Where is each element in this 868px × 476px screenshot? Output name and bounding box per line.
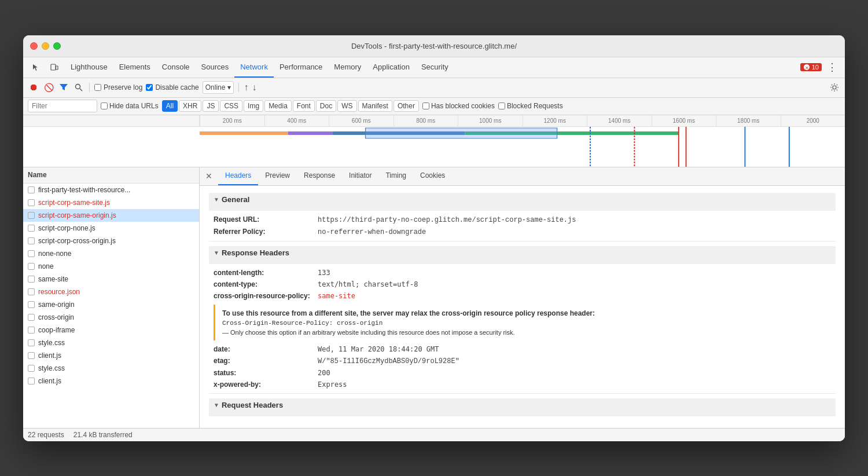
tab-headers[interactable]: Headers: [218, 167, 258, 186]
list-item[interactable]: style.css: [23, 336, 199, 349]
disable-cache-checkbox[interactable]: Disable cache: [146, 83, 198, 91]
referrer-policy-row: Referrer Policy: no-referrer-when-downgr…: [209, 228, 836, 236]
filter-all[interactable]: All: [162, 100, 178, 112]
list-item[interactable]: script-corp-same-site.js: [23, 196, 199, 209]
search-button[interactable]: [73, 82, 84, 93]
settings-button[interactable]: [829, 82, 840, 93]
hide-data-urls-input[interactable]: [101, 102, 108, 109]
item-checkbox: [28, 225, 35, 232]
warning-code-text: Cross-Origin-Resource-Policy: cross-orig…: [222, 320, 824, 327]
list-item[interactable]: same-site: [23, 273, 199, 285]
filter-input[interactable]: [28, 100, 97, 112]
tab-network[interactable]: Network: [234, 57, 274, 78]
detail-close-button[interactable]: ✕: [202, 169, 216, 183]
general-section-header[interactable]: ▼ General: [209, 193, 836, 211]
minimize-button[interactable]: [42, 42, 49, 50]
close-button[interactable]: [30, 42, 38, 50]
download-icon[interactable]: ↓: [252, 82, 256, 93]
maximize-button[interactable]: [53, 42, 61, 50]
item-checkbox: [28, 276, 35, 283]
list-item-selected[interactable]: script-corp-same-origin.js: [23, 209, 199, 222]
throttle-select[interactable]: Online ▾: [203, 81, 234, 94]
filter-other[interactable]: Other: [393, 100, 419, 112]
list-item[interactable]: coop-iframe: [23, 324, 199, 336]
item-checkbox: [28, 314, 35, 321]
list-item[interactable]: none: [23, 260, 199, 273]
timeline-ruler: 200 ms 400 ms 600 ms 800 ms 1000 ms 1200…: [23, 115, 845, 127]
tab-memory[interactable]: Memory: [328, 57, 367, 78]
tab-response[interactable]: Response: [297, 167, 342, 186]
more-options-button[interactable]: ⋮: [826, 61, 838, 73]
filter-xhr[interactable]: XHR: [179, 100, 201, 112]
item-checkbox: [28, 301, 35, 308]
tab-lighthouse[interactable]: Lighthouse: [65, 57, 113, 78]
disable-cache-input[interactable]: [146, 84, 153, 91]
x-powered-label: x-powered-by:: [214, 380, 318, 389]
list-item[interactable]: client.js: [23, 349, 199, 362]
filter-manifest[interactable]: Manifest: [358, 100, 392, 112]
status-bar: 22 requests 21.4 kB transferred: [23, 428, 845, 441]
preserve-log-checkbox[interactable]: Preserve log: [94, 83, 142, 91]
filter-js[interactable]: JS: [203, 100, 219, 112]
devtools-right-controls: ✕ 10 ⋮: [800, 61, 840, 73]
tab-console[interactable]: Console: [156, 57, 196, 78]
item-checkbox: [28, 263, 35, 270]
device-icon[interactable]: [46, 59, 62, 75]
list-item[interactable]: first-party-test-with-resource...: [23, 184, 199, 196]
has-blocked-cookies-input[interactable]: [422, 102, 429, 109]
filter-doc[interactable]: Doc: [316, 100, 336, 112]
filter-button[interactable]: [58, 82, 69, 93]
tick-1800: 1800 ms: [716, 115, 781, 126]
request-headers-section-header[interactable]: ▼ Request Headers: [209, 398, 836, 416]
request-url-value[interactable]: https://third-party-no-coep.glitch.me/sc…: [318, 216, 576, 224]
filter-font[interactable]: Font: [293, 100, 315, 112]
detail-tabs: ✕ Headers Preview Response Initiator Tim…: [200, 167, 845, 186]
tab-application[interactable]: Application: [367, 57, 415, 78]
filter-img[interactable]: Img: [244, 100, 263, 112]
clear-button[interactable]: 🚫: [43, 82, 54, 93]
cursor-icon[interactable]: [28, 59, 44, 75]
tab-timing[interactable]: Timing: [378, 167, 413, 186]
tab-sources[interactable]: Sources: [196, 57, 235, 78]
upload-icon[interactable]: ↑: [244, 82, 248, 93]
detail-panel: ✕ Headers Preview Response Initiator Tim…: [200, 167, 845, 428]
list-item[interactable]: style.css: [23, 362, 199, 375]
tab-elements[interactable]: Elements: [113, 57, 156, 78]
preserve-log-input[interactable]: [94, 84, 101, 91]
list-item[interactable]: none-none: [23, 247, 199, 260]
list-item[interactable]: script-corp-cross-origin.js: [23, 235, 199, 247]
referrer-policy-value: no-referrer-when-downgrade: [318, 228, 426, 236]
timeline-content[interactable]: [23, 127, 845, 167]
filter-css[interactable]: CSS: [220, 100, 242, 112]
list-item[interactable]: cross-origin: [23, 311, 199, 324]
blocked-requests-input[interactable]: [498, 102, 505, 109]
has-blocked-cookies-checkbox[interactable]: Has blocked cookies: [422, 102, 495, 110]
x-powered-value: Express: [318, 380, 347, 389]
blocked-requests-checkbox[interactable]: Blocked Requests: [498, 102, 563, 110]
tab-cookies[interactable]: Cookies: [413, 167, 452, 186]
filter-bar: Hide data URLs All XHR JS CSS Img Media …: [23, 98, 845, 115]
triangle-icon: ▼: [214, 402, 219, 408]
hide-data-urls-checkbox[interactable]: Hide data URLs: [101, 102, 159, 110]
referrer-policy-label: Referrer Policy:: [214, 228, 318, 236]
traffic-lights: [30, 42, 61, 50]
tick-2000: 2000: [781, 115, 845, 126]
record-button[interactable]: ⏺: [28, 82, 39, 93]
item-checkbox: [28, 212, 35, 219]
filter-ws[interactable]: WS: [337, 100, 356, 112]
list-item[interactable]: same-origin: [23, 298, 199, 311]
detail-content: ▼ General Request URL: https://third-par…: [200, 186, 845, 428]
main-content: Name first-party-test-with-resource... s…: [23, 167, 845, 428]
list-item[interactable]: script-corp-none.js: [23, 222, 199, 235]
filter-media[interactable]: Media: [264, 100, 292, 112]
tab-preview[interactable]: Preview: [258, 167, 297, 186]
separator-1: [89, 83, 90, 92]
tab-security[interactable]: Security: [415, 57, 454, 78]
svg-rect-6: [200, 131, 288, 135]
error-count-badge[interactable]: ✕ 10: [800, 63, 822, 71]
response-headers-section-header[interactable]: ▼ Response Headers: [209, 246, 836, 264]
list-item[interactable]: resource.json: [23, 285, 199, 298]
tab-initiator[interactable]: Initiator: [342, 167, 378, 186]
list-item[interactable]: client.js: [23, 375, 199, 387]
tab-performance[interactable]: Performance: [274, 57, 328, 78]
